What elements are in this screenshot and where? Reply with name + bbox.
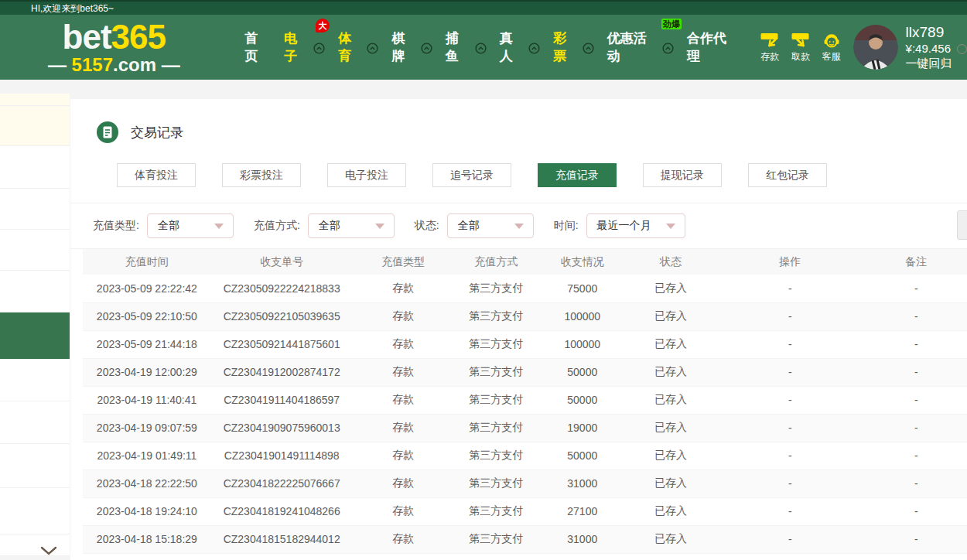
quick-action-1[interactable]: 取款 [791, 32, 812, 63]
table-cell: 存款 [353, 442, 454, 470]
table-cell: - [715, 275, 865, 302]
filter-bar: 充值类型:全部充值方式:全部状态:全部时间:最近一个月 [70, 203, 967, 249]
table-row: 2023-04-18 15:18:29CZ23041815182944012存款… [83, 525, 967, 553]
filter-label: 充值类型: [93, 219, 139, 233]
sidebar-item[interactable] [0, 401, 70, 444]
logo-brand-yellow: 365 [111, 18, 166, 56]
table-cell: 第三方支付 [454, 302, 538, 330]
site-logo[interactable]: bet365 — 5157.com — [26, 20, 202, 74]
chevron-down-icon[interactable] [40, 545, 57, 558]
chevron-up-circle-icon [421, 43, 432, 54]
sidebar-item[interactable] [0, 189, 70, 230]
table-row: 2023-04-19 12:00:29CZ23041912002874172存款… [83, 358, 967, 386]
table-row: 2023-05-09 21:44:18CZ23050921441875601存款… [83, 330, 967, 358]
table-cell: 2023-04-19 09:07:59 [83, 414, 211, 442]
table-cell: 第三方支付 [454, 525, 538, 553]
search-button-partial[interactable] [957, 210, 967, 240]
table-cell: 第三方支付 [454, 358, 538, 386]
table-cell: - [715, 470, 865, 497]
select-value: 全部 [319, 219, 340, 233]
nav-item-0[interactable]: 首页 [245, 29, 272, 65]
table-cell: CZ23050922105039635 [211, 302, 353, 330]
select-value: 全部 [458, 219, 480, 233]
hot-badge: 大 [316, 19, 330, 32]
table-cell: - [866, 525, 967, 553]
quick-action-label: 存款 [760, 50, 779, 63]
column-header: 状态 [627, 249, 715, 275]
table-cell: - [715, 330, 865, 358]
table-cell: 19000 [538, 414, 627, 442]
sidebar-item[interactable] [0, 488, 70, 534]
table-cell: - [715, 386, 865, 414]
filter-select-2[interactable]: 全部 [447, 213, 534, 238]
table-row: 2023-04-18 22:22:50CZ23041822225076667存款… [83, 470, 967, 497]
table-cell: - [866, 386, 967, 414]
tab-5[interactable]: 提现记录 [643, 163, 722, 187]
one-key-return-button[interactable]: 一键回归 [906, 56, 967, 71]
table-cell: 存款 [353, 497, 454, 525]
table-cell: 2023-04-18 22:22:50 [83, 470, 211, 497]
table-cell: 存款 [353, 330, 454, 358]
nav-item-7[interactable]: 优惠活动劲爆 [607, 29, 674, 65]
table-cell: - [866, 470, 967, 497]
nav-item-1[interactable]: 电子大 [284, 29, 325, 65]
column-header: 操作 [715, 249, 865, 275]
tab-0[interactable]: 体育投注 [117, 163, 196, 187]
column-header: 充值类型 [353, 249, 454, 275]
table-cell: - [715, 442, 865, 470]
sidebar-item[interactable] [0, 106, 70, 146]
tab-2[interactable]: 电子投注 [327, 163, 406, 187]
table-cell: 已存入 [627, 275, 715, 302]
table-cell: 第三方支付 [454, 497, 538, 525]
filter-select-1[interactable]: 全部 [308, 213, 395, 238]
table-cell: 第三方支付 [454, 470, 538, 497]
quick-action-2[interactable]: 客服 [822, 32, 842, 63]
user-box: llx789 ¥:49.456 一键回归 [853, 23, 967, 70]
tab-3[interactable]: 追号记录 [432, 163, 511, 187]
tab-4[interactable]: 充值记录 [538, 163, 617, 187]
document-icon [96, 121, 119, 144]
column-header: 备注 [866, 249, 967, 275]
customer-service-icon [822, 32, 842, 50]
sidebar-item[interactable] [0, 359, 70, 401]
refresh-balance-icon[interactable] [957, 44, 967, 54]
nav-item-8[interactable]: 合作代理 [687, 29, 739, 65]
filter-select-3[interactable]: 最近一个月 [586, 213, 685, 238]
table-cell: CZ23041819241048266 [211, 497, 353, 525]
user-meta: llx789 ¥:49.456 一键回归 [906, 23, 967, 70]
tab-1[interactable]: 彩票投注 [222, 163, 301, 187]
table-row: 2023-04-18 19:24:10CZ23041819241048266存款… [83, 497, 967, 525]
dropdown-arrow-icon [514, 224, 524, 229]
nav-item-6[interactable]: 彩票 [553, 29, 594, 65]
select-value: 全部 [158, 219, 179, 233]
nav-item-5[interactable]: 真人 [500, 29, 541, 65]
dropdown-arrow-icon [214, 224, 224, 229]
quick-action-0[interactable]: 存款 [760, 32, 781, 63]
sidebar-item[interactable] [0, 271, 70, 312]
chevron-up-circle-icon [475, 43, 487, 54]
sidebar-item[interactable] [0, 444, 70, 488]
table-cell: 存款 [353, 525, 454, 553]
nav-item-3[interactable]: 棋牌 [391, 29, 432, 65]
table-row: 2023-04-19 09:07:59CZ23041909075960013存款… [83, 414, 967, 442]
table-cell: - [866, 442, 967, 470]
logo-domain-number: 5157 [72, 54, 113, 75]
table-cell: 已存入 [627, 470, 715, 497]
sidebar-item-active[interactable] [0, 312, 70, 359]
sidebar-item[interactable] [0, 94, 70, 106]
dropdown-arrow-icon [666, 224, 675, 229]
sidebar-item[interactable] [0, 146, 70, 189]
table-cell: 存款 [353, 302, 454, 330]
table-cell: 存款 [353, 358, 454, 386]
sidebar-item[interactable] [0, 534, 70, 556]
hot-badge: 劲爆 [661, 19, 682, 29]
filter-group-0: 充值类型:全部 [93, 213, 234, 238]
avatar[interactable] [853, 25, 898, 70]
sidebar-item[interactable] [0, 230, 70, 271]
nav-item-2[interactable]: 体育 [338, 29, 379, 65]
tab-6[interactable]: 红包记录 [748, 163, 827, 187]
chevron-up-circle-icon [313, 43, 325, 54]
filter-select-0[interactable]: 全部 [147, 213, 234, 238]
table-cell: 已存入 [627, 302, 715, 330]
nav-item-4[interactable]: 捕鱼 [446, 29, 487, 65]
